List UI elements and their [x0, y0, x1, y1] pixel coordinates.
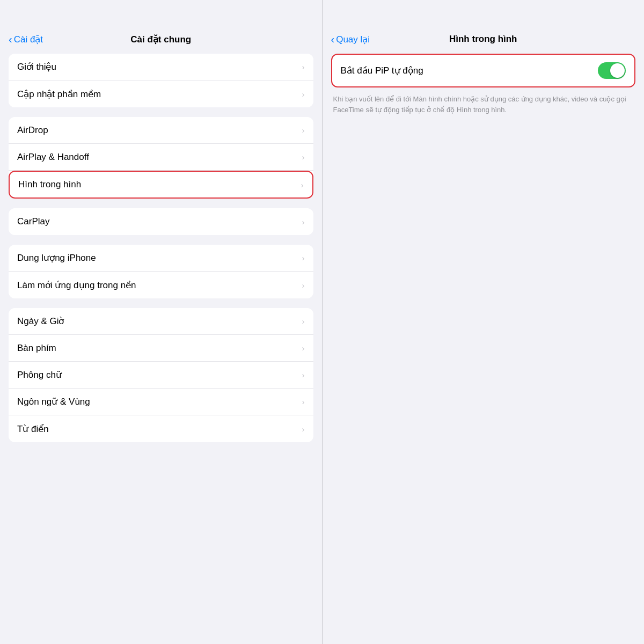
left-back-chevron-icon: ‹ — [9, 33, 12, 46]
chevron-icon-lam-moi: › — [302, 281, 305, 290]
settings-row-phong-chu[interactable]: Phông chữ › — [9, 362, 313, 389]
row-label-ngon-ngu: Ngôn ngữ & Vùng — [17, 396, 90, 407]
settings-row-carplay[interactable]: CarPlay › — [9, 208, 313, 235]
settings-row-airdrop[interactable]: AirDrop › — [9, 117, 313, 144]
chevron-icon-airplay: › — [302, 152, 305, 162]
right-header: ‹ Quay lại Hình trong hình — [323, 0, 645, 54]
right-panel: ‹ Quay lại Hình trong hình Bắt đầu PiP t… — [323, 0, 645, 644]
chevron-icon-tu-dien: › — [302, 425, 305, 434]
row-label-phong-chu: Phông chữ — [17, 369, 62, 380]
left-back-button[interactable]: ‹ Cài đặt — [9, 33, 43, 46]
left-back-label: Cài đặt — [14, 34, 43, 45]
toggle-thumb — [610, 63, 625, 78]
settings-group-4: Dung lượng iPhone › Làm mới ứng dụng tro… — [9, 245, 313, 298]
pip-toggle[interactable] — [598, 62, 626, 79]
settings-group-5: Ngày & Giờ › Bàn phím › Phông chữ › Ngôn… — [9, 308, 313, 442]
row-label-airplay: AirPlay & Handoff — [17, 152, 89, 163]
chevron-icon-dung-luong: › — [302, 253, 305, 262]
row-label-dung-luong: Dung lượng iPhone — [17, 252, 96, 264]
row-label-ban-phim: Bàn phím — [17, 343, 56, 354]
settings-row-ban-phim[interactable]: Bàn phím › — [9, 335, 313, 362]
settings-group-2: AirDrop › AirPlay & Handoff › Hình trong… — [9, 117, 313, 199]
left-panel: ‹ Cài đặt Cài đặt chung Giới thiệu › Cập… — [0, 0, 323, 644]
right-back-button[interactable]: ‹ Quay lại — [331, 33, 370, 46]
pip-description: Khi bạn vuốt lên để đi tới Màn hình chín… — [331, 94, 636, 115]
right-settings-content: Bắt đầu PiP tự động Khi bạn vuốt lên để … — [323, 54, 645, 644]
chevron-icon-carplay: › — [302, 217, 305, 226]
left-settings-content: Giới thiệu › Cập nhật phần mềm › AirDrop… — [0, 54, 322, 644]
right-back-chevron-icon: ‹ — [331, 33, 335, 46]
settings-row-ngon-ngu[interactable]: Ngôn ngữ & Vùng › — [9, 389, 313, 415]
row-label-airdrop: AirDrop — [17, 125, 48, 136]
chevron-icon-ban-phim: › — [302, 343, 305, 353]
row-label-cap-nhat: Cập nhật phần mềm — [17, 89, 101, 100]
pip-toggle-label: Bắt đầu PiP tự động — [341, 65, 423, 76]
settings-row-lam-moi[interactable]: Làm mới ứng dụng trong nền › — [9, 272, 313, 298]
row-label-carplay: CarPlay — [17, 216, 49, 227]
right-back-label: Quay lại — [336, 34, 370, 45]
settings-group-3: CarPlay › — [9, 208, 313, 235]
row-label-gioi-thieu: Giới thiệu — [17, 61, 56, 72]
settings-group-1: Giới thiệu › Cập nhật phần mềm › — [9, 54, 313, 107]
settings-row-cap-nhat[interactable]: Cập nhật phần mềm › — [9, 80, 313, 107]
left-header: ‹ Cài đặt Cài đặt chung — [0, 0, 322, 54]
row-label-tu-dien: Từ điển — [17, 423, 49, 435]
chevron-icon-gioi-thieu: › — [302, 62, 305, 71]
chevron-icon-airdrop: › — [302, 126, 305, 135]
chevron-icon-cap-nhat: › — [302, 90, 305, 99]
chevron-icon-ngay-gio: › — [302, 317, 305, 326]
settings-row-airplay[interactable]: AirPlay & Handoff › — [9, 144, 313, 171]
settings-row-hinh-trong-hinh[interactable]: Hình trong hình › — [9, 171, 313, 199]
row-label-ngay-gio: Ngày & Giờ — [17, 316, 64, 327]
chevron-icon-phong-chu: › — [302, 370, 305, 379]
settings-row-tu-dien[interactable]: Từ điển › — [9, 415, 313, 442]
row-label-hinh-trong-hinh: Hình trong hình — [18, 179, 81, 190]
settings-row-ngay-gio[interactable]: Ngày & Giờ › — [9, 308, 313, 335]
left-header-title: Cài đặt chung — [130, 34, 191, 45]
chevron-icon-hinh-trong-hinh: › — [301, 180, 304, 189]
pip-toggle-row[interactable]: Bắt đầu PiP tự động — [331, 54, 636, 87]
settings-row-gioi-thieu[interactable]: Giới thiệu › — [9, 54, 313, 80]
row-label-lam-moi: Làm mới ứng dụng trong nền — [17, 280, 136, 291]
right-header-title: Hình trong hình — [449, 34, 517, 45]
chevron-icon-ngon-ngu: › — [302, 397, 305, 406]
settings-row-dung-luong[interactable]: Dung lượng iPhone › — [9, 245, 313, 272]
